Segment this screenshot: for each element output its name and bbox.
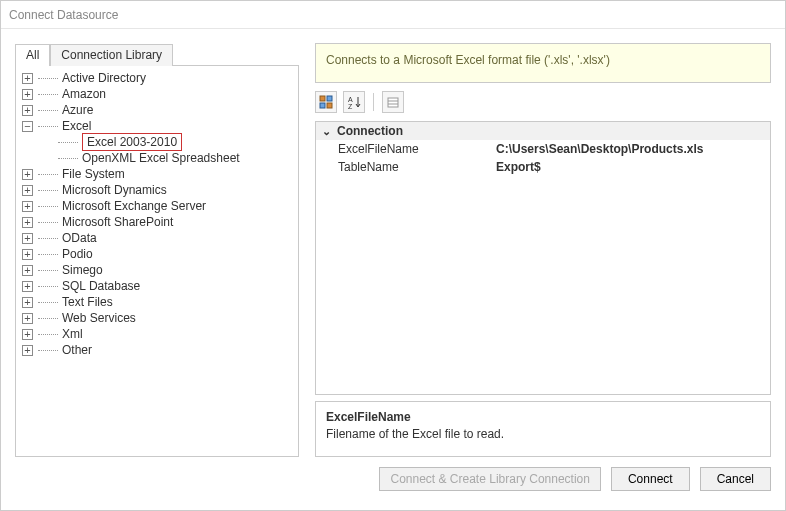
tree-connector — [38, 174, 58, 175]
content-area: All Connection Library +Active Directory… — [1, 29, 785, 457]
tree-label: Active Directory — [62, 70, 146, 86]
tree-item-web-services[interactable]: +Web Services — [18, 310, 296, 326]
property-value[interactable]: Export$ — [496, 158, 770, 176]
dialog-buttons: Connect & Create Library Connection Conn… — [1, 457, 785, 501]
tree-connector — [38, 270, 58, 271]
tree-connector — [38, 190, 58, 191]
sort-button[interactable]: AZ — [343, 91, 365, 113]
tree-label: SQL Database — [62, 278, 140, 294]
tree-item-active-directory[interactable]: +Active Directory — [18, 70, 296, 86]
tree-connector — [58, 158, 78, 159]
info-banner: Connects to a Microsoft Excel format fil… — [315, 43, 771, 83]
expand-icon[interactable]: + — [22, 201, 33, 212]
expand-icon[interactable]: + — [22, 265, 33, 276]
property-name: ExcelFileName — [316, 140, 496, 158]
tree-label: Other — [62, 342, 92, 358]
toolbar-separator — [373, 93, 374, 111]
expand-icon[interactable]: + — [22, 297, 33, 308]
tabs: All Connection Library — [15, 43, 299, 65]
tree-spacer — [42, 137, 53, 148]
property-name: TableName — [316, 158, 496, 176]
expand-icon[interactable]: + — [22, 169, 33, 180]
expand-icon[interactable]: + — [22, 329, 33, 340]
property-row-excelfilename[interactable]: ExcelFileName C:\Users\Sean\Desktop\Prod… — [316, 140, 770, 158]
tree-label: OpenXML Excel Spreadsheet — [82, 150, 240, 166]
connect-button[interactable]: Connect — [611, 467, 690, 491]
tree-label: Azure — [62, 102, 93, 118]
tree-connector — [38, 350, 58, 351]
tree-label: Excel 2003-2010 — [82, 133, 182, 151]
datasource-tree: +Active Directory +Amazon +Azure −Excel … — [15, 65, 299, 457]
svg-rect-2 — [320, 103, 325, 108]
tree-label: File System — [62, 166, 125, 182]
property-toolbar: AZ — [315, 89, 771, 115]
tree-item-text-files[interactable]: +Text Files — [18, 294, 296, 310]
tree-connector — [38, 78, 58, 79]
tree-item-openxml-excel[interactable]: OpenXML Excel Spreadsheet — [38, 150, 296, 166]
window-title: Connect Datasource — [1, 1, 785, 29]
tree-item-sql-database[interactable]: +SQL Database — [18, 278, 296, 294]
tree-item-podio[interactable]: +Podio — [18, 246, 296, 262]
tree-label: Amazon — [62, 86, 106, 102]
expand-icon[interactable]: + — [22, 105, 33, 116]
categorize-button[interactable] — [315, 91, 337, 113]
tree-connector — [38, 126, 58, 127]
expand-icon[interactable]: + — [22, 249, 33, 260]
tree-label: Excel — [62, 118, 91, 134]
tree-connector — [38, 94, 58, 95]
expand-icon[interactable]: + — [22, 281, 33, 292]
tree-item-excel-2003-2010[interactable]: Excel 2003-2010 — [38, 134, 296, 150]
tree-connector — [38, 302, 58, 303]
connect-create-library-button: Connect & Create Library Connection — [379, 467, 600, 491]
property-group-header[interactable]: ⌄ Connection — [316, 122, 770, 140]
tree-connector — [58, 142, 78, 143]
property-pages-button[interactable] — [382, 91, 404, 113]
tree-item-odata[interactable]: +OData — [18, 230, 296, 246]
tree-item-microsoft-dynamics[interactable]: +Microsoft Dynamics — [18, 182, 296, 198]
property-value[interactable]: C:\Users\Sean\Desktop\Products.xls — [496, 140, 770, 158]
tree-item-simego[interactable]: +Simego — [18, 262, 296, 278]
tree-connector — [38, 334, 58, 335]
svg-text:A: A — [348, 96, 353, 103]
cancel-button[interactable]: Cancel — [700, 467, 771, 491]
tree-label: OData — [62, 230, 97, 246]
tree-spacer — [42, 153, 53, 164]
expand-icon[interactable]: + — [22, 345, 33, 356]
property-row-tablename[interactable]: TableName Export$ — [316, 158, 770, 176]
pages-icon — [386, 95, 400, 109]
collapse-icon[interactable]: − — [22, 121, 33, 132]
expand-icon[interactable]: + — [22, 313, 33, 324]
right-panel: Connects to a Microsoft Excel format fil… — [315, 43, 771, 457]
tree-connector — [38, 110, 58, 111]
tree-connector — [38, 318, 58, 319]
tree-item-xml[interactable]: +Xml — [18, 326, 296, 342]
expand-icon[interactable]: + — [22, 89, 33, 100]
tab-all[interactable]: All — [15, 44, 50, 66]
tree-item-microsoft-exchange[interactable]: +Microsoft Exchange Server — [18, 198, 296, 214]
tree-item-amazon[interactable]: +Amazon — [18, 86, 296, 102]
tree-connector — [38, 206, 58, 207]
svg-rect-0 — [320, 96, 325, 101]
categorize-icon — [319, 95, 333, 109]
tree-label: Web Services — [62, 310, 136, 326]
chevron-down-icon: ⌄ — [322, 125, 331, 138]
tree-label: Simego — [62, 262, 103, 278]
sort-az-icon: AZ — [347, 95, 361, 109]
tree-item-excel[interactable]: −Excel — [18, 118, 296, 134]
tree-item-microsoft-sharepoint[interactable]: +Microsoft SharePoint — [18, 214, 296, 230]
expand-icon[interactable]: + — [22, 73, 33, 84]
expand-icon[interactable]: + — [22, 233, 33, 244]
description-title: ExcelFileName — [326, 410, 760, 424]
tree-item-file-system[interactable]: +File System — [18, 166, 296, 182]
svg-rect-3 — [327, 103, 332, 108]
svg-rect-1 — [327, 96, 332, 101]
expand-icon[interactable]: + — [22, 185, 33, 196]
tree-item-other[interactable]: +Other — [18, 342, 296, 358]
expand-icon[interactable]: + — [22, 217, 33, 228]
tab-connection-library[interactable]: Connection Library — [50, 44, 173, 66]
svg-text:Z: Z — [348, 103, 353, 109]
property-grid: ⌄ Connection ExcelFileName C:\Users\Sean… — [315, 121, 771, 395]
property-group-label: Connection — [337, 124, 403, 138]
svg-rect-6 — [388, 98, 398, 107]
tree-item-azure[interactable]: +Azure — [18, 102, 296, 118]
